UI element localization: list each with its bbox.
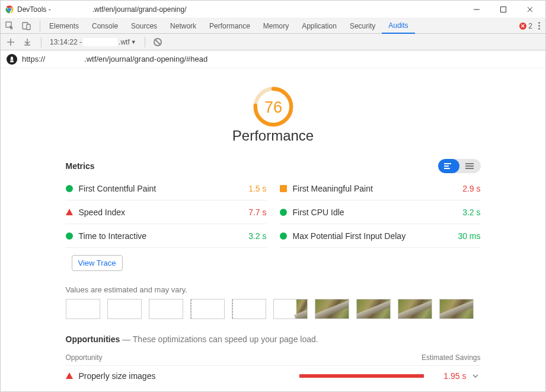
metrics-view-toggle: [438, 159, 481, 173]
pass-icon: [66, 185, 73, 192]
svg-rect-5: [500, 7, 506, 12]
filmstrip-frame: [398, 299, 432, 319]
opportunity-label: Properly size images: [79, 371, 156, 381]
opportunities-column-headers: Opportunity Estimated Savings: [66, 353, 481, 362]
console-error-count[interactable]: ✕ 2: [519, 22, 532, 30]
fail-icon: [66, 209, 73, 215]
tab-sources[interactable]: Sources: [124, 18, 164, 34]
error-icon: ✕: [519, 23, 526, 30]
tab-performance[interactable]: Performance: [203, 18, 257, 34]
savings-col-label: Estimated Savings: [422, 353, 480, 362]
svg-rect-4: [474, 9, 480, 9]
filmstrip-frame: [439, 299, 474, 319]
fail-icon: [66, 372, 73, 379]
titlebar-url-path: .wtf/en/journal/grand-opening/: [92, 5, 187, 14]
tab-application[interactable]: Application: [295, 18, 343, 34]
opportunity-col-label: Opportunity: [66, 353, 103, 362]
performance-gauge: 76 Performance: [66, 86, 481, 144]
svg-rect-8: [27, 24, 30, 30]
metric-value: 7.7 s: [248, 208, 266, 217]
metric-value: 3.2 s: [462, 208, 480, 217]
view-trace-button[interactable]: View Trace: [72, 255, 123, 271]
collapsed-view-button[interactable]: [438, 159, 459, 173]
filmstrip: [66, 299, 481, 319]
metric-value: 2.9 s: [462, 184, 480, 193]
savings-value: 1.95 s: [431, 371, 467, 381]
metric-label: First CPU Idle: [293, 208, 344, 217]
tab-security[interactable]: Security: [343, 18, 382, 34]
svg-rect-14: [465, 163, 474, 164]
filmstrip-frame: [315, 299, 349, 319]
average-icon: [280, 185, 287, 192]
metric-row: First Meaningful Paint2.9 s: [280, 177, 481, 200]
metric-label: Time to Interactive: [79, 231, 147, 241]
devtools-menu-button[interactable]: [536, 20, 541, 32]
savings-bar: [299, 374, 424, 378]
tab-memory[interactable]: Memory: [257, 18, 295, 34]
chevron-down-icon: [470, 373, 481, 379]
tab-network[interactable]: Network: [164, 18, 203, 34]
tab-audits[interactable]: Audits: [382, 18, 414, 34]
svg-rect-16: [465, 168, 474, 169]
metric-value: 1.5 s: [248, 184, 266, 193]
audited-url-bar: https://xxxxxxxx.wtf/en/journal/grand-op…: [1, 50, 545, 68]
audited-url: https://xxxxxxxx.wtf/en/journal/grand-op…: [22, 55, 207, 63]
filmstrip-frame: [66, 299, 100, 319]
filmstrip-frame: [356, 299, 391, 319]
metric-value: 3.2 s: [248, 231, 266, 241]
report-timestamp: 13:14:22 -: [50, 38, 82, 46]
metrics-heading: Metrics: [66, 161, 95, 171]
window-maximize-button[interactable]: [490, 1, 516, 18]
opportunities-heading: Opportunities — These optimizations can …: [66, 334, 481, 344]
category-title: Performance: [232, 128, 314, 144]
metric-row: First Contentful Paint1.5 s: [66, 177, 267, 200]
metric-row: Max Potential First Input Delay30 ms: [280, 224, 481, 248]
metric-value: 30 ms: [458, 231, 480, 241]
svg-rect-15: [465, 165, 474, 167]
audits-toolbar: 13:14:22 - xxxxxx .wtf ▼: [1, 34, 545, 50]
report-scroll-area[interactable]: 76 Performance Metrics First Contentful …: [1, 68, 545, 392]
device-toolbar-icon[interactable]: [20, 19, 34, 33]
pass-icon: [280, 209, 287, 216]
pass-icon: [66, 232, 73, 240]
metric-label: Speed Index: [79, 208, 126, 217]
inspect-element-icon[interactable]: [3, 19, 17, 33]
filmstrip-frame: [232, 299, 266, 319]
window-titlebar: DevTools - xxxxxxxx .wtf/en/journal/gran…: [1, 1, 545, 18]
tab-console[interactable]: Console: [85, 18, 124, 34]
lighthouse-icon: [7, 54, 17, 65]
window-minimize-button[interactable]: [463, 1, 490, 18]
metric-row: Time to Interactive3.2 s: [66, 224, 267, 248]
clear-all-icon[interactable]: [154, 38, 162, 46]
svg-rect-13: [444, 168, 450, 169]
report-selector[interactable]: 13:14:22 - xxxxxx .wtf ▼: [50, 38, 136, 46]
metric-label: First Contentful Paint: [79, 184, 157, 193]
devtools-tab-strip: ElementsConsoleSourcesNetworkPerformance…: [1, 18, 545, 34]
svg-point-3: [8, 8, 11, 11]
filmstrip-frame: [190, 299, 225, 319]
metric-label: Max Potential First Input Delay: [293, 231, 406, 241]
filmstrip-frame: [273, 299, 308, 319]
window-close-button[interactable]: [516, 1, 543, 18]
expanded-view-button[interactable]: [459, 159, 481, 173]
pass-icon: [280, 232, 287, 240]
metric-row: Speed Index7.7 s: [66, 200, 267, 224]
estimate-disclaimer: Values are estimated and may vary.: [66, 285, 481, 294]
gauge-score: 76: [264, 98, 282, 116]
filmstrip-frame: [107, 299, 142, 319]
metric-label: First Meaningful Paint: [293, 184, 373, 193]
download-report-icon[interactable]: [22, 37, 33, 47]
opportunity-row[interactable]: Properly size images1.95 s: [66, 365, 481, 385]
tab-elements[interactable]: Elements: [43, 18, 85, 34]
error-count-value: 2: [528, 22, 532, 30]
chrome-icon: [5, 5, 14, 14]
filmstrip-frame: [149, 299, 183, 319]
metric-row: First CPU Idle3.2 s: [280, 200, 481, 224]
new-audit-icon[interactable]: [5, 37, 16, 47]
dropdown-arrow-icon: ▼: [131, 39, 136, 45]
titlebar-app-name: DevTools -: [17, 5, 51, 14]
svg-rect-12: [444, 165, 449, 167]
svg-rect-11: [444, 163, 451, 164]
